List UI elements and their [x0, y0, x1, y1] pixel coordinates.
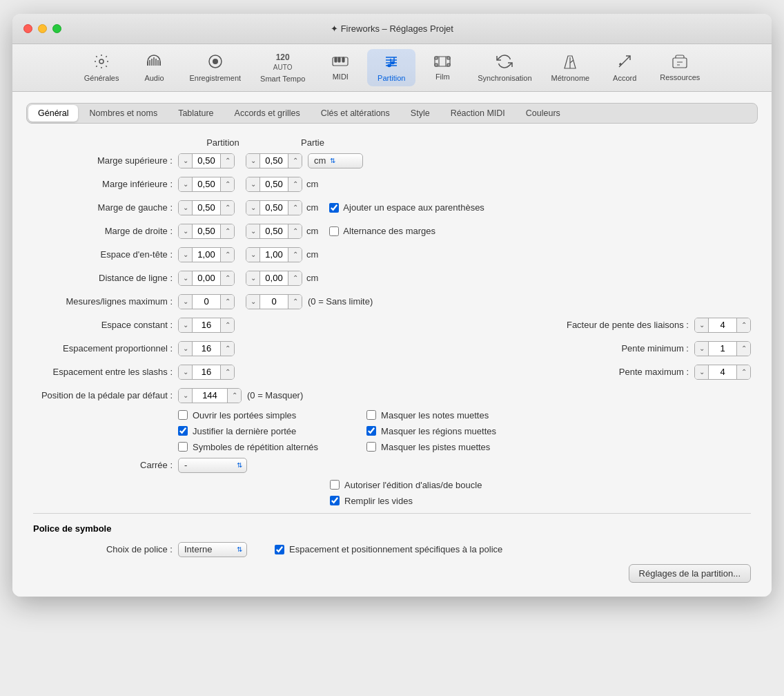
- espace-entete-partie-stepper[interactable]: ⌄ 1,00 ⌃: [246, 247, 302, 262]
- marge-droite-partition-down[interactable]: ⌄: [179, 224, 193, 239]
- marge-inf-partition-down[interactable]: ⌄: [179, 177, 193, 192]
- marge-droite-partie-up[interactable]: ⌃: [288, 224, 302, 239]
- espace-entete-partition-down[interactable]: ⌄: [179, 247, 193, 262]
- marge-inf-partie-down[interactable]: ⌄: [246, 177, 260, 192]
- tab-accords[interactable]: Accords et grilles: [225, 105, 310, 122]
- edition-alias-checkbox[interactable]: [330, 480, 340, 490]
- marge-gauche-partie-down[interactable]: ⌄: [246, 200, 260, 215]
- toolbar-item-metronome[interactable]: Métronome: [543, 49, 598, 86]
- position-pedale-stepper[interactable]: ⌄ 144 ⌃: [178, 388, 242, 403]
- mesures-lignes-partition-stepper[interactable]: ⌄ 0 ⌃: [178, 294, 235, 309]
- espacement-prop-up[interactable]: ⌃: [220, 341, 234, 356]
- toolbar-item-ressources[interactable]: Ressources: [651, 50, 708, 86]
- tab-style[interactable]: Style: [401, 105, 440, 122]
- tab-couleurs[interactable]: Couleurs: [516, 105, 570, 122]
- marge-gauche-partition-down[interactable]: ⌄: [179, 200, 193, 215]
- tab-general[interactable]: Général: [28, 105, 78, 122]
- maximize-button[interactable]: [52, 24, 61, 33]
- marge-sup-partition-stepper[interactable]: ⌄ 0,50 ⌃: [178, 153, 235, 168]
- pente-max-stepper[interactable]: ⌄ 4 ⌃: [694, 365, 751, 380]
- remplir-vides-checkbox[interactable]: [330, 496, 340, 505]
- position-pedale-up[interactable]: ⌃: [227, 388, 241, 403]
- espace-entete-partie-up[interactable]: ⌃: [288, 247, 302, 262]
- toolbar-item-generales[interactable]: Générales: [76, 49, 128, 86]
- close-button[interactable]: [23, 24, 32, 33]
- toolbar-item-partition[interactable]: Partition: [367, 49, 415, 86]
- pistes-muettes-checkbox[interactable]: [366, 442, 376, 452]
- notes-muettes-checkbox[interactable]: [366, 410, 376, 420]
- pente-max-down[interactable]: ⌄: [695, 365, 709, 380]
- mesures-lignes-partition-up[interactable]: ⌃: [220, 294, 234, 309]
- marge-gauche-partie-up[interactable]: ⌃: [288, 200, 302, 215]
- espace-entete-partition-stepper[interactable]: ⌄ 1,00 ⌃: [178, 247, 235, 262]
- facteur-pente-down[interactable]: ⌄: [695, 318, 709, 333]
- toolbar-item-audio[interactable]: Audio: [130, 49, 178, 86]
- portees-simples-checkbox[interactable]: [178, 410, 188, 420]
- marge-droite-partition-stepper[interactable]: ⌄ 0,50 ⌃: [178, 224, 235, 239]
- espace-constant-up[interactable]: ⌃: [220, 318, 234, 333]
- mesures-lignes-partition-down[interactable]: ⌄: [179, 294, 193, 309]
- distance-ligne-partition-up[interactable]: ⌃: [220, 271, 234, 286]
- tab-cles[interactable]: Clés et altérations: [311, 105, 400, 122]
- toolbar-item-synchronisation[interactable]: Synchronisation: [469, 49, 540, 86]
- regions-muettes-checkbox[interactable]: [366, 426, 376, 436]
- espace-constant-stepper[interactable]: ⌄ 16 ⌃: [178, 318, 235, 333]
- marge-sup-partition-up[interactable]: ⌃: [220, 153, 234, 168]
- espace-constant-down[interactable]: ⌄: [179, 318, 193, 333]
- toolbar-item-smart-tempo[interactable]: 120AUTO Smart Tempo: [252, 48, 313, 87]
- carre-selector[interactable]: - ⇅: [178, 458, 247, 473]
- marge-gauche-partition-up[interactable]: ⌃: [220, 200, 234, 215]
- espacement-prop-stepper[interactable]: ⌄ 16 ⌃: [178, 341, 235, 356]
- marge-sup-partie-down[interactable]: ⌄: [246, 153, 260, 168]
- marge-inf-partie-up[interactable]: ⌃: [288, 177, 302, 192]
- toolbar-item-accord[interactable]: Accord: [600, 49, 649, 86]
- derniere-portee-checkbox[interactable]: [178, 426, 188, 436]
- position-pedale-down[interactable]: ⌄: [179, 388, 193, 403]
- espacement-slashs-stepper[interactable]: ⌄ 16 ⌃: [178, 365, 235, 380]
- marge-droite-partie-down[interactable]: ⌄: [246, 224, 260, 239]
- marge-sup-partition-down[interactable]: ⌄: [179, 153, 193, 168]
- unit-selector[interactable]: cm ⇅: [308, 153, 363, 168]
- distance-ligne-partie-up[interactable]: ⌃: [288, 271, 302, 286]
- espacement-slashs-up[interactable]: ⌃: [220, 365, 234, 380]
- espace-entete-partie-down[interactable]: ⌄: [246, 247, 260, 262]
- minimize-button[interactable]: [38, 24, 47, 33]
- distance-ligne-partie-stepper[interactable]: ⌄ 0,00 ⌃: [246, 271, 302, 286]
- distance-ligne-partition-stepper[interactable]: ⌄ 0,00 ⌃: [178, 271, 235, 286]
- alternance-checkbox[interactable]: [329, 226, 339, 236]
- marge-droite-partition-up[interactable]: ⌃: [220, 224, 234, 239]
- mesures-lignes-partie-stepper[interactable]: ⌄ 0 ⌃: [246, 294, 302, 309]
- tab-reaction[interactable]: Réaction MIDI: [441, 105, 515, 122]
- marge-droite-partie-stepper[interactable]: ⌄ 0,50 ⌃: [246, 224, 302, 239]
- marge-sup-partie-stepper[interactable]: ⌄ 0,50 ⌃: [246, 153, 302, 168]
- toolbar-item-midi[interactable]: MIDI: [316, 50, 364, 85]
- marge-gauche-partition-stepper[interactable]: ⌄ 0,50 ⌃: [178, 200, 235, 215]
- font-spacing-checkbox[interactable]: [275, 545, 284, 554]
- distance-ligne-partition-down[interactable]: ⌄: [179, 271, 193, 286]
- toolbar-item-film[interactable]: Film: [418, 50, 467, 85]
- tab-tablature[interactable]: Tablature: [168, 105, 223, 122]
- repetition-checkbox[interactable]: [178, 442, 188, 452]
- marge-inf-partition-up[interactable]: ⌃: [220, 177, 234, 192]
- facteur-pente-stepper[interactable]: ⌄ 4 ⌃: [694, 318, 751, 333]
- marge-gauche-partie-stepper[interactable]: ⌄ 0,50 ⌃: [246, 200, 302, 215]
- font-choix-selector[interactable]: Interne ⇅: [178, 542, 247, 557]
- espacement-prop-down[interactable]: ⌄: [179, 341, 193, 356]
- marge-sup-partie-up[interactable]: ⌃: [288, 153, 302, 168]
- mesures-lignes-partie-up[interactable]: ⌃: [288, 294, 302, 309]
- pente-min-down[interactable]: ⌄: [695, 341, 709, 356]
- tab-nombres[interactable]: Nombres et noms: [79, 105, 167, 122]
- mesures-lignes-partie-down[interactable]: ⌄: [246, 294, 260, 309]
- distance-ligne-partie-down[interactable]: ⌄: [246, 271, 260, 286]
- espace-parentheses-checkbox[interactable]: [329, 203, 339, 213]
- marge-inf-partie-stepper[interactable]: ⌄ 0,50 ⌃: [246, 177, 302, 192]
- toolbar-item-enregistrement[interactable]: Enregistrement: [181, 49, 249, 86]
- pente-max-up[interactable]: ⌃: [736, 365, 750, 380]
- marge-inf-partition-stepper[interactable]: ⌄ 0,50 ⌃: [178, 177, 235, 192]
- facteur-pente-up[interactable]: ⌃: [736, 318, 750, 333]
- reglages-partition-button[interactable]: Réglages de la partition...: [629, 564, 751, 583]
- espace-entete-partition-up[interactable]: ⌃: [220, 247, 234, 262]
- pente-min-stepper[interactable]: ⌄ 1 ⌃: [694, 341, 751, 356]
- espacement-slashs-down[interactable]: ⌄: [179, 365, 193, 380]
- pente-min-up[interactable]: ⌃: [736, 341, 750, 356]
